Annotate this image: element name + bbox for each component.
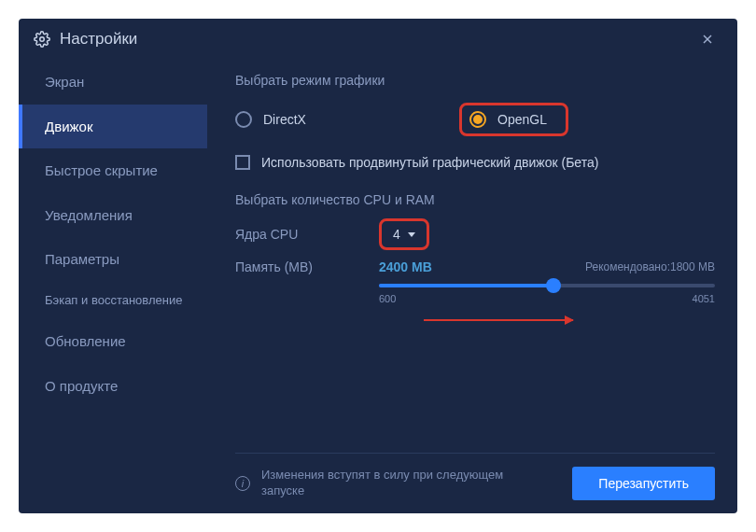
radio-label: OpenGL [497,112,547,127]
sidebar-item-about[interactable]: О продукте [19,364,207,409]
svg-point-0 [40,37,45,42]
arrow-right-icon [565,315,574,325]
window-body: Экран Движок Быстрое скрытие Уведомления… [19,60,737,513]
restart-notice: Изменения вступят в силу при следующем з… [261,468,523,499]
dropdown-value: 4 [393,227,400,242]
sidebar: Экран Движок Быстрое скрытие Уведомления… [19,60,207,513]
memory-value: 2400 MB [379,259,432,274]
sidebar-item-notifications[interactable]: Уведомления [19,193,207,238]
slider-fill [379,284,553,287]
info-icon: i [235,476,250,491]
sidebar-item-parameters[interactable]: Параметры [19,237,207,282]
cpuram-section-label: Выбрать количество CPU и RAM [235,192,715,207]
sidebar-item-screen[interactable]: Экран [19,60,207,105]
radio-icon [235,111,252,128]
graphics-radio-group: DirectX OpenGL [235,103,715,136]
content-panel: Выбрать режим графики DirectX OpenGL Исп… [207,60,737,513]
highlight-opengl: OpenGL [459,103,568,136]
slider-range-labels: 600 4051 [379,293,715,304]
memory-slider-area: 600 4051 [379,284,715,304]
checkbox-icon [235,155,250,170]
memory-label: Память (MB) [235,259,379,274]
cpu-ram-section: Выбрать количество CPU и RAM Ядра CPU 4 … [235,192,715,304]
slider-min: 600 [379,293,396,304]
sidebar-item-engine[interactable]: Движок [19,105,207,149]
checkbox-label: Использовать продвинутый графический дви… [261,155,598,170]
radio-directx[interactable]: DirectX [235,111,459,128]
cpu-row: Ядра CPU 4 [235,218,715,250]
slider-thumb[interactable] [546,278,561,293]
slider-max: 4051 [693,293,715,304]
cpu-label: Ядра CPU [235,227,379,242]
highlight-cpu-dropdown: 4 [379,218,429,250]
sidebar-item-backup[interactable]: Бэкап и восстановление [19,282,207,320]
cpu-cores-dropdown[interactable]: 4 [385,223,423,245]
memory-row: Память (MB) 2400 MB Рекомендовано:1800 M… [235,259,715,274]
restart-button[interactable]: Перезапустить [572,467,715,500]
radio-icon [469,111,486,128]
advanced-engine-checkbox[interactable]: Использовать продвинутый графический дви… [235,155,715,170]
memory-slider[interactable] [379,284,715,287]
close-button[interactable] [693,24,722,54]
radio-label: DirectX [263,112,306,127]
footer: i Изменения вступят в силу при следующем… [235,453,715,513]
sidebar-item-update[interactable]: Обновление [19,319,207,364]
gear-icon [34,31,50,48]
arrow-annotation [424,319,573,321]
titlebar: Настройки [19,19,737,60]
settings-window: Настройки Экран Движок Быстрое скрытие У… [19,19,737,513]
sidebar-item-quickhide[interactable]: Быстрое скрытие [19,148,207,193]
window-title: Настройки [60,30,137,49]
graphics-section-label: Выбрать режим графики [235,73,715,88]
radio-opengl[interactable]: OpenGL [469,111,547,128]
memory-recommended: Рекомендовано:1800 MB [585,260,715,273]
chevron-down-icon [408,232,415,237]
